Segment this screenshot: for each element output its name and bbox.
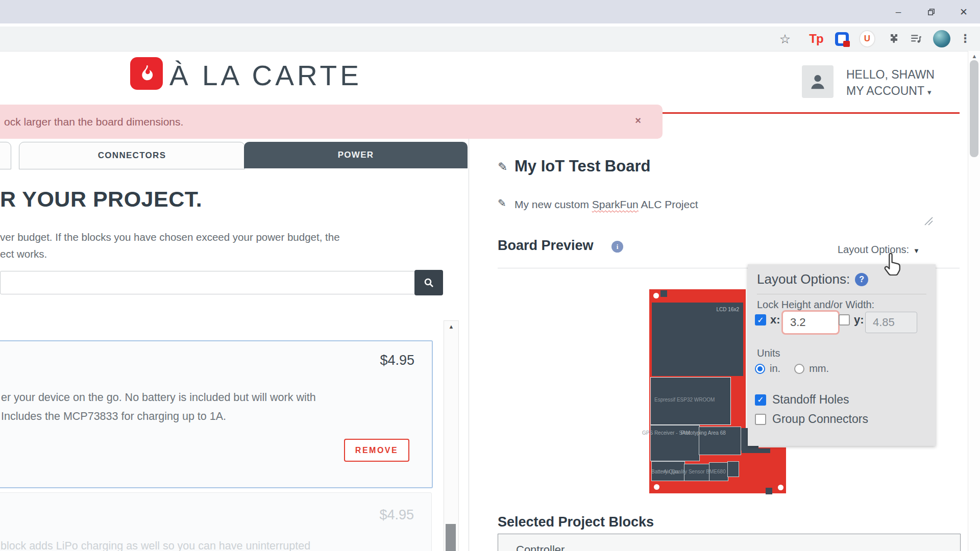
popup-title: Layout Options: ?: [757, 271, 868, 287]
avatar-image: [933, 30, 950, 47]
reading-list-icon[interactable]: [909, 27, 924, 51]
tab-partial[interactable]: [0, 142, 11, 169]
product-card-next[interactable]: $4.95 block adds LiPo charging as well s…: [0, 492, 432, 551]
layout-options-toggle[interactable]: Layout Options:▼: [838, 244, 920, 256]
standoff-row: ✓ Standoff Holes: [755, 393, 849, 407]
tab-power[interactable]: POWER: [244, 142, 468, 168]
edit-title-icon[interactable]: ✎: [498, 160, 507, 174]
remove-button[interactable]: REMOVE: [344, 439, 409, 462]
y-dimension-input[interactable]: [865, 312, 917, 333]
browser-toolbar: ☆ Tp U ⋮: [0, 27, 980, 52]
search-button[interactable]: [414, 270, 443, 295]
flame-icon: [136, 63, 157, 84]
group-row: Group Connectors: [755, 412, 868, 426]
group-label: Group Connectors: [772, 412, 868, 426]
u-glyph: U: [859, 30, 875, 47]
intro-line2: ect works.: [0, 245, 398, 262]
pcb-component: [660, 290, 667, 297]
board-title[interactable]: My IoT Test Board: [514, 157, 650, 176]
resize-grip-icon[interactable]: [923, 215, 934, 229]
y-label: y:: [854, 313, 864, 327]
unit-mm-radio[interactable]: [794, 364, 804, 374]
sparkfun-logo[interactable]: [130, 57, 163, 90]
window-close-button[interactable]: ✕: [947, 0, 980, 23]
intro-line1: ver budget. If the blocks you have chose…: [0, 229, 398, 245]
profile-avatar[interactable]: [933, 27, 951, 51]
y-lock-checkbox[interactable]: [839, 314, 850, 325]
list-scrollbar[interactable]: ▲: [444, 320, 459, 551]
selected-blocks-panel: Controller: [498, 534, 961, 551]
unit-in-label: in.: [770, 363, 780, 374]
units-row: in. mm.: [755, 363, 829, 374]
ublock-extension-icon[interactable]: U: [859, 27, 875, 51]
screen: – ✕ ☆ Tp U ⋮ À LA CARTE HELLO, SHAWN MY …: [0, 0, 980, 551]
scroll-up-icon[interactable]: ▲: [444, 323, 458, 330]
edit-description-icon[interactable]: ✎: [498, 197, 506, 209]
column-divider: [469, 139, 469, 551]
mouse-cursor-hand: [879, 250, 905, 278]
window-restore-button[interactable]: [915, 0, 947, 23]
bookmark-star-icon[interactable]: ☆: [777, 27, 793, 51]
standoff-hole: [654, 484, 659, 490]
board-preview-heading: Board Preview: [498, 238, 594, 254]
block-esp32[interactable]: Espressif ESP32 WROOM: [650, 377, 731, 425]
browser-menu-icon[interactable]: ⋮: [959, 27, 972, 51]
board-description[interactable]: My new custom SparkFun ALC Project: [514, 198, 698, 211]
standoff-label: Standoff Holes: [772, 393, 849, 407]
unit-mm-label: mm.: [809, 363, 829, 374]
extensions-puzzle-icon[interactable]: [885, 27, 899, 51]
pcb-component: [766, 488, 772, 494]
person-icon: [808, 72, 827, 91]
page-scrollbar[interactable]: ▲: [968, 51, 980, 551]
spellcheck-word: SparkFun: [592, 198, 639, 210]
help-icon[interactable]: ?: [855, 273, 868, 286]
x-dimension-input[interactable]: [781, 310, 840, 335]
search-input[interactable]: [0, 271, 421, 294]
block-sensor-3[interactable]: [727, 461, 739, 477]
standoff-checkbox[interactable]: ✓: [755, 394, 766, 406]
wallet-extension-icon[interactable]: [834, 27, 849, 51]
page-title: R YOUR PROJECT.: [0, 187, 202, 212]
x-lock-row: ✓ x:: [755, 313, 780, 327]
brand-wordmark[interactable]: À LA CARTE: [169, 59, 362, 92]
x-label: x:: [770, 313, 780, 327]
product-price: $4.95: [379, 507, 414, 523]
block-lcd[interactable]: LCD 16x2: [652, 303, 743, 376]
window-titlebar: – ✕: [0, 0, 980, 23]
account-avatar[interactable]: [802, 65, 834, 98]
standoff-hole: [653, 293, 659, 298]
tp-extension-icon[interactable]: Tp: [806, 27, 826, 51]
search-icon: [423, 277, 435, 289]
layout-options-popup: Layout Options: ? Lock Height and/or Wid…: [748, 264, 936, 446]
product-description: er your device on the go. No battery is …: [1, 388, 316, 426]
intro-text: ver budget. If the blocks you have chose…: [0, 229, 398, 262]
restore-icon: [927, 8, 935, 16]
chevron-down-icon: ▾: [927, 88, 932, 96]
list-scrollbar-thumb[interactable]: [446, 524, 456, 551]
lock-label: Lock Height and/or Width:: [757, 299, 874, 311]
scroll-up-icon[interactable]: ▲: [968, 53, 980, 59]
page-scrollbar-thumb[interactable]: [970, 60, 978, 157]
y-lock-row: y:: [839, 313, 864, 327]
tp-glyph: Tp: [809, 32, 823, 46]
account-area: HELLO, SHAWN MY ACCOUNT ▾: [846, 66, 935, 101]
caret-down-icon: ▼: [913, 247, 920, 255]
units-label: Units: [757, 347, 780, 359]
selected-blocks-heading: Selected Project Blocks: [498, 514, 654, 530]
tab-connectors[interactable]: CONNECTORS: [19, 142, 245, 169]
alert-banner: ock larger than the board dimensions. ×: [0, 105, 663, 139]
product-description: block adds LiPo charging as well so you …: [1, 537, 310, 551]
my-account-menu[interactable]: MY ACCOUNT ▾: [846, 83, 935, 101]
selected-block-item[interactable]: Controller: [516, 543, 565, 551]
unit-in-radio[interactable]: [755, 364, 765, 374]
wallet-icon: [835, 32, 849, 46]
x-lock-checkbox[interactable]: ✓: [755, 314, 766, 325]
standoff-hole: [778, 485, 783, 490]
greeting-text: HELLO, SHAWN: [846, 66, 935, 83]
window-minimize-button[interactable]: –: [882, 0, 915, 23]
product-price: $4.95: [380, 353, 414, 368]
alert-close-icon[interactable]: ×: [635, 115, 641, 127]
product-card-selected[interactable]: $4.95 er your device on the go. No batte…: [0, 340, 433, 488]
group-connectors-checkbox[interactable]: [755, 414, 766, 425]
info-icon[interactable]: i: [611, 241, 623, 253]
